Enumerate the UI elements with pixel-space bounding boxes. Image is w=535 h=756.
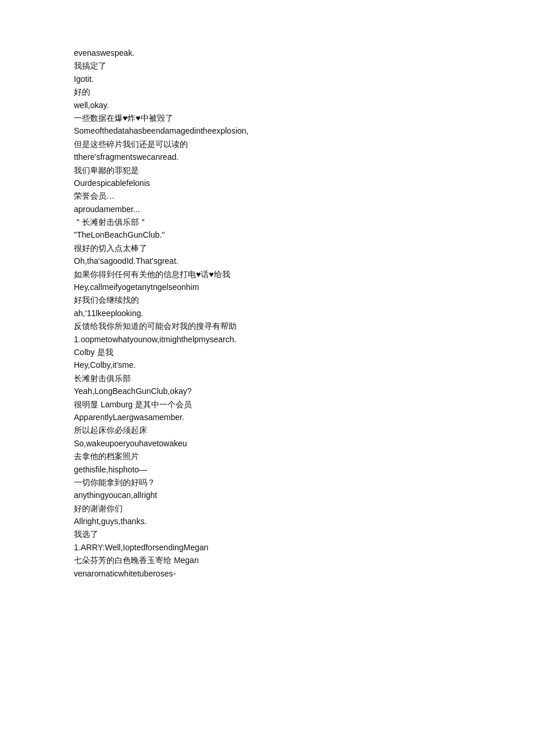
transcript-line: gethisfile,hisphoto— [74, 463, 461, 476]
transcript-line: tthere'sfragmentswecanread. [74, 151, 461, 163]
transcript-line: venaromaticwhitetuberoses- [74, 567, 461, 580]
transcript-line: 如果你得到任何有关他的信息打电♥话♥给我 [74, 268, 461, 281]
transcript-line: ah,'11lkeeplooking. [74, 307, 461, 320]
transcript-line: So,wakeupoeryouhavetowakeu [74, 437, 461, 450]
transcript-line: 我搞定了 [74, 59, 461, 72]
transcript-line: Yeah,LongBeachGunClub,okay? [74, 385, 461, 397]
transcript-line: 很好的切入点太棒了 [74, 242, 461, 255]
transcript-line: ＂长滩射击俱乐部＂ [74, 216, 461, 228]
transcript-line: well,okay. [74, 99, 461, 112]
transcript-line: ApparentlyLaergwasamember. [74, 411, 461, 424]
transcript-line: Oh,tha'sagoodId.That'sgreat. [74, 255, 461, 267]
transcript-line: 我选了 [74, 528, 461, 540]
transcript-line: Ourdespicablefelonis [74, 177, 461, 189]
transcript-line: 去拿他的档案照片 [74, 450, 461, 463]
transcript-line: 好的 [74, 85, 461, 98]
transcript-line: 反馈给我你所知道的可能会对我的搜寻有帮助 [74, 320, 461, 332]
transcript-line: Igotit. [74, 73, 461, 85]
transcript-line: 荣誉会员… [74, 189, 461, 202]
transcript-line: Hey,Colby,it'sme. [74, 359, 461, 371]
transcript-line: 但是这些碎片我们还是可以读的 [74, 138, 461, 151]
transcript-line: 好的谢谢你们 [74, 502, 461, 515]
transcript-line: Colby 是我 [74, 346, 461, 359]
transcript-line: "TheLonBeachGunClub." [74, 228, 461, 241]
transcript-line: Someofthedatahasbeendamagedintheexplosio… [74, 124, 461, 137]
transcript-line: anythingyoucan,allright [74, 489, 461, 501]
transcript-line: 长滩射击俱乐部 [74, 372, 461, 385]
transcript-line: Hey,callmeifyogetanytngelseonhim [74, 281, 461, 293]
transcript-line: 一切你能拿到的好吗？ [74, 476, 461, 489]
transcript-line: 七朵芬芳的白色晚香玉寄给 Megan [74, 554, 461, 567]
transcript-line: 好我们会继续找的 [74, 293, 461, 306]
transcript-line: 1.ARRY:Well,IoptedforsendingMegan [74, 541, 461, 554]
transcript-line: evenaswespeak. [74, 46, 461, 59]
transcript-content: evenaswespeak.我搞定了Igotit.好的well,okay.一些数… [74, 46, 461, 580]
transcript-line: Allright,guys,thanks. [74, 515, 461, 528]
transcript-line: 所以起床你必须起床 [74, 424, 461, 436]
transcript-line: aproudamember... [74, 203, 461, 216]
transcript-line: 我们卑鄙的罪犯是 [74, 164, 461, 177]
transcript-line: 1.oopmetowhatyounow,itmighthelpmysearch. [74, 333, 461, 346]
transcript-line: 一些数据在爆♥炸♥中被毁了 [74, 112, 461, 124]
transcript-line: 很明显 Lamburg 是其中一个会员 [74, 398, 461, 411]
